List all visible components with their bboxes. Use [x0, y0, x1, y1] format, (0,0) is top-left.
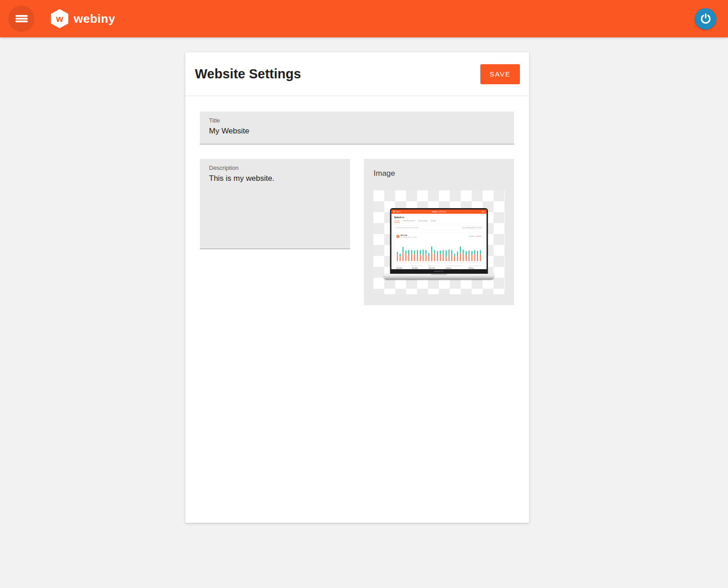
mini-bar: [443, 250, 443, 261]
bar-segment-spent: [454, 256, 455, 261]
mini-chart-legend: SavedSpent: [469, 235, 481, 238]
bar-segment-spent: [437, 255, 438, 261]
mini-stat-label: API MAX RESPONSE TIME: [468, 265, 481, 266]
description-input[interactable]: This is my website.: [209, 174, 341, 183]
mini-bar: [474, 250, 475, 261]
mini-bar: [397, 252, 397, 261]
mini-stat-value: 769ms: [468, 267, 481, 269]
title-label: Title: [209, 117, 505, 124]
page-title: Website Settings: [195, 66, 480, 82]
mini-stat-value: 24,945: [412, 267, 422, 269]
description-field[interactable]: Description This is my website.: [200, 159, 350, 249]
webiny-logo[interactable]: w webiny: [51, 9, 115, 28]
legend-label: Spent: [478, 236, 481, 237]
bar-segment-spent: [457, 255, 458, 261]
device-label: MacBook Pro: [391, 269, 486, 274]
bar-segment-saved: [425, 250, 426, 254]
laptop-screen: Projects webinyControl Panel Save Splash…: [391, 210, 486, 269]
bar-segment-spent: [402, 253, 403, 261]
description-label: Description: [209, 164, 341, 171]
title-field[interactable]: Title My Website: [200, 112, 514, 144]
bar-segment-saved: [468, 251, 469, 255]
user-avatar[interactable]: [695, 8, 716, 30]
bar-segment-spent: [405, 254, 406, 261]
mini-stat-value: 69,379: [428, 267, 439, 269]
bar-segment-spent: [463, 254, 463, 261]
title-input[interactable]: My Website: [209, 127, 505, 136]
image-preview[interactable]: Projects webinyControl Panel Save Splash…: [373, 190, 505, 294]
mini-date-filter: Last 30 days (24 Jun - 24 Jul): [461, 226, 482, 229]
bar-segment-saved: [399, 254, 400, 257]
bar-segment-spent: [480, 255, 481, 261]
mini-bar: [428, 253, 429, 261]
mini-bar: [405, 251, 406, 261]
mini-stat-label-text: API MAX RESPONSE TIME: [468, 265, 481, 266]
legend-dot-icon: [469, 236, 470, 237]
mini-bar: [471, 251, 472, 261]
mini-x-label: 8 Jul: [438, 262, 439, 263]
legend-label: Saved: [471, 236, 474, 237]
laptop-image: Projects webinyControl Panel Save Splash…: [383, 208, 494, 280]
mini-x-label: 30 Jun: [415, 262, 418, 263]
mini-bar: [402, 247, 403, 261]
mini-bar: [445, 251, 446, 261]
bar-segment-saved: [437, 251, 438, 255]
app-topbar: w webiny: [0, 0, 728, 37]
mini-stats-row: TOTAL API CALLS94,342SAVED API CALLS24,9…: [396, 265, 481, 269]
mini-legend-item: Spent: [476, 235, 481, 238]
mini-tab: Team members: [418, 220, 428, 223]
bar-segment-spent: [423, 256, 423, 261]
mini-bar: [457, 251, 458, 261]
mini-tab: CI/CD Environments: [402, 220, 415, 223]
bar-segment-saved: [457, 251, 458, 255]
mini-site-title: Splash.io: [394, 216, 484, 219]
mini-bar: [425, 250, 426, 261]
bar-segment-spent: [448, 254, 449, 261]
mini-search-bar: Search for projects or environments Last…: [394, 225, 484, 230]
bar-segment-spent: [408, 255, 409, 261]
bar-segment-spent: [428, 256, 429, 261]
page: w webiny Website Settings SAVE Title My …: [0, 0, 728, 588]
bar-segment-spent: [414, 254, 415, 261]
bar-segment-saved: [480, 250, 481, 255]
bar-segment-saved: [454, 254, 455, 257]
mini-x-label: 24 Jun: [397, 262, 399, 263]
bar-segment-saved: [417, 250, 417, 255]
mini-bar: [417, 250, 417, 261]
bar-segment-saved: [477, 251, 478, 255]
mini-stat-label-text: API AVERAGE RESPONSE TIME: [445, 265, 461, 266]
laptop-notch: [431, 274, 447, 276]
mini-topbar: Projects webinyControl Panel Save: [391, 210, 486, 214]
card-header: Website Settings SAVE: [185, 52, 529, 96]
save-button[interactable]: SAVE: [480, 64, 520, 84]
mini-legend-item: Saved: [469, 235, 474, 238]
mini-bar: [411, 250, 412, 261]
bar-segment-saved: [445, 251, 446, 257]
mini-bar: [434, 250, 435, 261]
mini-tabs: OverviewCI/CD EnvironmentsTeam membersSe…: [394, 220, 484, 223]
bar-segment-spent: [411, 254, 412, 261]
bar-segment-saved: [465, 251, 466, 255]
bar-segment-spent: [477, 255, 478, 261]
hamburger-icon: [15, 14, 28, 24]
power-icon: [700, 13, 712, 25]
menu-button[interactable]: [8, 5, 35, 32]
mini-bar: [465, 251, 466, 261]
mini-bar: [399, 254, 400, 261]
mini-x-label: 18 Jul: [467, 262, 469, 263]
mini-x-label: 28 Jun: [409, 262, 412, 263]
bar-segment-spent: [474, 254, 475, 261]
mini-x-axis: 24 Jun26 Jun28 Jun30 Jun2 Jul4 Jul6 Jul8…: [396, 262, 481, 263]
mini-bar: [454, 254, 455, 261]
mini-x-label: 2 Jul: [421, 262, 423, 263]
bar-segment-saved: [463, 250, 463, 254]
mini-x-label: 16 Jul: [461, 262, 463, 263]
laptop-bezel: Projects webinyControl Panel Save Splash…: [390, 208, 488, 274]
mini-hexagon-icon: W: [396, 235, 399, 238]
bar-segment-saved: [434, 250, 435, 254]
bar-segment-spent: [419, 255, 420, 261]
mini-bar: [463, 250, 463, 261]
mini-stat-label: API AVERAGE RESPONSE TIME: [445, 265, 461, 266]
bar-segment-spent: [468, 255, 469, 261]
mini-bar: [423, 250, 423, 261]
